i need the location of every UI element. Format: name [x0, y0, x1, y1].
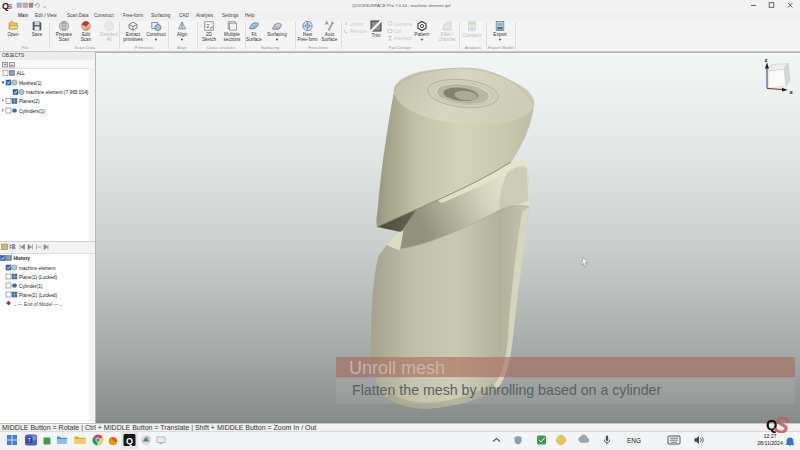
svg-text:2: 2	[206, 23, 209, 29]
svg-text:A: A	[325, 20, 329, 26]
svg-text:Planes(2): Planes(2)	[19, 99, 40, 104]
svg-text:ALL: ALL	[17, 71, 26, 76]
svg-text:s: s	[8, 1, 13, 11]
svg-text:Combine: Combine	[394, 22, 413, 27]
svg-text:Cylinder(1): Cylinder(1)	[19, 284, 43, 289]
svg-text:Cut: Cut	[394, 29, 402, 34]
svg-text:machine element: machine element	[19, 266, 56, 271]
svg-text:ENG: ENG	[627, 437, 641, 444]
svg-text:Cylinders(1): Cylinders(1)	[19, 109, 45, 114]
svg-text:Plane(1) (Locked): Plane(1) (Locked)	[19, 275, 58, 280]
svg-text:←— End of Model —→: ←— End of Model —→	[13, 302, 63, 307]
svg-text:x: x	[790, 89, 794, 95]
svg-text:machine element (7 965 014): machine element (7 965 014)	[26, 90, 89, 95]
svg-text:Meshes(1): Meshes(1)	[19, 81, 42, 86]
svg-text:Plane(2) (Locked): Plane(2) (Locked)	[19, 293, 58, 298]
svg-text:History: History	[14, 256, 31, 261]
svg-text:T: T	[28, 437, 31, 443]
svg-text:z: z	[765, 57, 768, 63]
svg-text:Q: Q	[126, 436, 133, 446]
svg-text:Untrim: Untrim	[350, 22, 364, 27]
